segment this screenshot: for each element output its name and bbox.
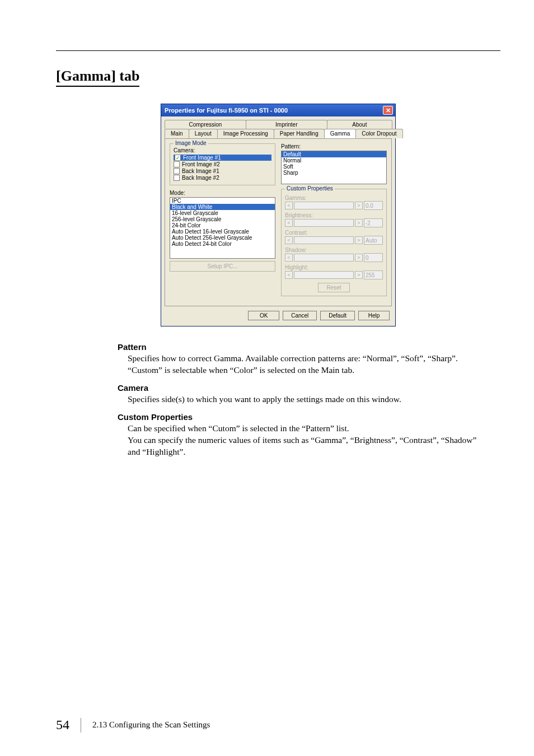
list-item[interactable]: Default — [282, 151, 386, 157]
list-item[interactable]: 16-level Grayscale — [170, 210, 275, 216]
heading-camera: Camera — [118, 383, 484, 393]
heading-custom-properties: Custom Properties — [118, 412, 484, 422]
heading-pattern: Pattern — [118, 342, 484, 352]
contrast-value: Auto — [364, 236, 383, 245]
chevron-left-icon[interactable]: < — [285, 202, 293, 209]
tab-paper-handling[interactable]: Paper Handling — [274, 129, 325, 138]
list-item[interactable]: 24-bit Color — [170, 222, 275, 228]
tab-layout[interactable]: Layout — [189, 129, 218, 138]
slider-track[interactable] — [294, 219, 354, 227]
camera-item-back2[interactable]: Back Image #2 — [174, 175, 271, 181]
chevron-right-icon[interactable]: > — [355, 202, 363, 209]
camera-item-label: Front Image #2 — [182, 161, 220, 167]
shadow-slider[interactable]: <>0 — [285, 253, 383, 262]
dialog-titlebar: Properties for Fujitsu fi-5950 on STI - … — [161, 104, 395, 116]
para-custom-properties: Can be specified when “Cutom” is selecte… — [128, 423, 484, 458]
shadow-value: 0 — [364, 253, 383, 262]
page-number: 54 — [56, 717, 69, 732]
section-title: [Gamma] tab — [56, 68, 139, 87]
camera-item-back1[interactable]: Back Image #1 — [174, 168, 271, 174]
gamma-slider[interactable]: <>0.0 — [285, 201, 383, 210]
page-footer: 54 2.13 Configuring the Scan Settings — [56, 717, 210, 732]
pattern-listbox[interactable]: Default Normal Soft Sharp — [281, 151, 387, 184]
tab-main[interactable]: Main — [165, 129, 189, 138]
custom-properties-group: Custom Properties Gamma: <>0.0 Brightnes… — [281, 189, 387, 296]
chevron-right-icon[interactable]: > — [355, 219, 363, 227]
highlight-slider[interactable]: <>255 — [285, 270, 383, 279]
tab-imprinter[interactable]: Imprinter — [246, 120, 327, 129]
list-item[interactable]: Black and White — [170, 204, 275, 210]
contrast-slider[interactable]: <>Auto — [285, 236, 383, 245]
shadow-label: Shadow: — [285, 247, 383, 253]
checkbox-icon — [174, 168, 180, 174]
list-item[interactable]: Auto Detect 16-level Grayscale — [170, 228, 275, 235]
footer-text: 2.13 Configuring the Scan Settings — [92, 720, 210, 730]
camera-label: Camera: — [174, 147, 271, 153]
tab-panel: Image Mode Camera: ✓Front Image #1 Front… — [165, 138, 392, 306]
slider-track[interactable] — [294, 236, 354, 244]
custom-properties-title: Custom Properties — [285, 185, 335, 192]
gamma-value: 0.0 — [364, 201, 383, 210]
camera-item-front1[interactable]: ✓Front Image #1 — [174, 155, 271, 161]
brightness-slider[interactable]: <>-2 — [285, 218, 383, 227]
chevron-left-icon[interactable]: < — [285, 236, 293, 244]
camera-item-label: Front Image #1 — [183, 155, 221, 161]
list-item[interactable]: Soft — [282, 164, 386, 170]
para-pattern: Specifies how to correct Gamma. Availabl… — [128, 353, 484, 376]
dialog-button-row: OK Cancel Default Help — [161, 306, 395, 326]
camera-item-label: Back Image #2 — [182, 175, 219, 181]
reset-button[interactable]: Reset — [318, 283, 349, 292]
list-item[interactable]: Normal — [282, 157, 386, 164]
brightness-label: Brightness: — [285, 212, 383, 218]
tab-color-dropout[interactable]: Color Dropout — [355, 129, 402, 138]
help-button[interactable]: Help — [358, 311, 390, 320]
tab-gamma[interactable]: Gamma — [324, 129, 357, 138]
slider-track[interactable] — [294, 202, 354, 209]
slider-track[interactable] — [294, 254, 354, 262]
highlight-label: Highlight: — [285, 264, 383, 270]
camera-item-front2[interactable]: Front Image #2 — [174, 161, 271, 167]
slider-track[interactable] — [294, 271, 354, 279]
list-item[interactable]: IPC — [170, 198, 275, 204]
cancel-button[interactable]: Cancel — [283, 311, 317, 320]
checkbox-icon: ✓ — [175, 155, 181, 161]
highlight-value: 255 — [364, 270, 383, 279]
tab-about[interactable]: About — [327, 120, 392, 129]
image-mode-group: Image Mode Camera: ✓Front Image #1 Front… — [170, 143, 275, 185]
gamma-label: Gamma: — [285, 195, 383, 201]
tab-row-upper: Compression Imprinter About — [165, 120, 392, 129]
chevron-left-icon[interactable]: < — [285, 254, 293, 262]
top-rule — [56, 50, 500, 51]
list-item[interactable]: Auto Detect 256-level Grayscale — [170, 235, 275, 241]
mode-listbox[interactable]: IPC Black and White 16-level Grayscale 2… — [170, 197, 275, 259]
list-item[interactable]: Sharp — [282, 170, 386, 176]
tab-image-processing[interactable]: Image Processing — [217, 129, 274, 138]
checkbox-icon — [174, 175, 180, 181]
tab-compression[interactable]: Compression — [165, 120, 246, 129]
checkbox-icon — [174, 161, 180, 167]
list-item[interactable]: Auto Detect 24-bit Color — [170, 241, 275, 247]
close-icon[interactable]: ✕ — [383, 106, 393, 115]
setup-ipc-button[interactable]: Setup IPC... — [170, 261, 275, 272]
contrast-label: Contrast: — [285, 230, 383, 236]
default-button[interactable]: Default — [320, 311, 355, 320]
pattern-label: Pattern: — [281, 143, 387, 150]
mode-label: Mode: — [170, 190, 275, 196]
footer-divider — [81, 718, 81, 732]
camera-item-label: Back Image #1 — [182, 168, 219, 174]
dialog-title: Properties for Fujitsu fi-5950 on STI - … — [165, 107, 288, 114]
chevron-right-icon[interactable]: > — [355, 236, 363, 244]
brightness-value: -2 — [364, 218, 383, 227]
chevron-left-icon[interactable]: < — [285, 219, 293, 227]
chevron-right-icon[interactable]: > — [355, 271, 363, 279]
ok-button[interactable]: OK — [248, 311, 279, 320]
properties-dialog: Properties for Fujitsu fi-5950 on STI - … — [161, 104, 396, 326]
list-item[interactable]: 256-level Grayscale — [170, 216, 275, 222]
chevron-right-icon[interactable]: > — [355, 254, 363, 262]
image-mode-title: Image Mode — [174, 140, 208, 146]
tab-row-lower: Main Layout Image Processing Paper Handl… — [165, 129, 392, 138]
para-camera: Specifies side(s) to which you want to a… — [128, 394, 484, 405]
chevron-left-icon[interactable]: < — [285, 271, 293, 279]
